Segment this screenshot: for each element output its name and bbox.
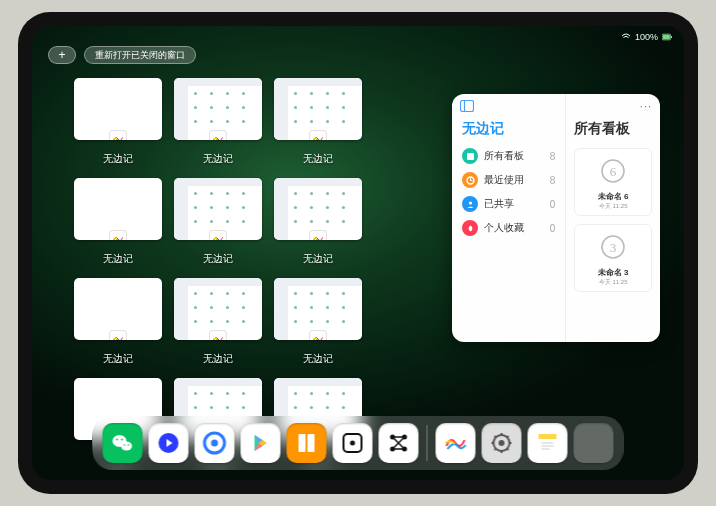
svg-rect-38: [507, 448, 509, 450]
dock-settings-icon[interactable]: [482, 423, 522, 463]
svg-point-9: [468, 201, 471, 204]
freeform-app-icon: [309, 230, 327, 240]
svg-rect-43: [501, 433, 503, 435]
dock-tencent-video-icon[interactable]: [149, 423, 189, 463]
row-label: 个人收藏: [484, 221, 524, 235]
row-count: 0: [550, 223, 556, 234]
window-label: 无边记: [203, 152, 233, 166]
svg-rect-45: [539, 434, 557, 439]
svg-rect-44: [507, 436, 509, 438]
dock: [93, 416, 624, 470]
svg-rect-1: [663, 35, 670, 39]
window-thumbnail[interactable]: [174, 178, 262, 240]
status-bar: 100%: [32, 30, 684, 44]
row-count: 0: [550, 199, 556, 210]
panel-content: 所有看板 6 未命名 6 今天 11:25 3 未命名 3 今天 11:25: [566, 94, 660, 342]
dock-quark-icon[interactable]: [195, 423, 235, 463]
board-card[interactable]: 3 未命名 3 今天 11:25: [574, 224, 652, 292]
row-label: 已共享: [484, 197, 514, 211]
window-label: 无边记: [303, 352, 333, 366]
sidebar-row[interactable]: 最近使用 8: [462, 172, 555, 188]
expose-window[interactable]: 无边记: [174, 278, 262, 366]
window-thumbnail[interactable]: [74, 178, 162, 240]
row-label: 所有看板: [484, 149, 524, 163]
svg-rect-37: [510, 442, 512, 444]
expose-window[interactable]: 无边记: [74, 78, 162, 166]
freeform-app-icon: [209, 230, 227, 240]
panel-left-title: 无边记: [462, 120, 555, 138]
dock-freeform-icon[interactable]: [436, 423, 476, 463]
svg-rect-41: [492, 442, 494, 444]
window-thumbnail[interactable]: [274, 178, 362, 240]
window-label: 无边记: [303, 252, 333, 266]
reopen-closed-windows-button[interactable]: 重新打开已关闭的窗口: [84, 46, 196, 64]
svg-rect-3: [461, 101, 474, 112]
board-time: 今天 11:25: [599, 278, 628, 287]
window-label: 无边记: [103, 352, 133, 366]
dock-books-icon[interactable]: [287, 423, 327, 463]
dock-dice-icon[interactable]: [333, 423, 373, 463]
window-label: 无边记: [203, 252, 233, 266]
window-label: 无边记: [203, 352, 233, 366]
board-card[interactable]: 6 未命名 6 今天 11:25: [574, 148, 652, 216]
ipad-frame: 100% + 重新打开已关闭的窗口 无边记无边记无边记无边记无边记无边记无边记无…: [18, 12, 698, 494]
row-icon: [462, 148, 478, 164]
window-thumbnail[interactable]: [174, 278, 262, 340]
slide-over-panel[interactable]: ··· 无边记 所有看板 8 最近使用 8 已共享 0 个人收藏 0 所有看板 …: [452, 94, 660, 342]
freeform-app-icon: [309, 130, 327, 140]
window-label: 无边记: [103, 252, 133, 266]
window-thumbnail[interactable]: [274, 78, 362, 140]
top-bar: + 重新打开已关闭的窗口: [48, 46, 196, 64]
svg-point-15: [121, 442, 132, 451]
expose-window[interactable]: 无边记: [274, 78, 362, 166]
window-thumbnail[interactable]: [174, 78, 262, 140]
expose-window[interactable]: 无边记: [174, 78, 262, 166]
screen: 100% + 重新打开已关闭的窗口 无边记无边记无边记无边记无边记无边记无边记无…: [32, 26, 684, 480]
svg-rect-40: [494, 448, 496, 450]
sidebar-row[interactable]: 所有看板 8: [462, 148, 555, 164]
svg-rect-42: [494, 436, 496, 438]
battery-text: 100%: [635, 32, 658, 42]
freeform-app-icon: [309, 330, 327, 340]
expose-window[interactable]: 无边记: [74, 278, 162, 366]
window-label: 无边记: [303, 152, 333, 166]
new-window-button[interactable]: +: [48, 46, 76, 64]
window-thumbnail[interactable]: [74, 78, 162, 140]
svg-point-26: [350, 441, 355, 446]
svg-point-16: [116, 439, 118, 441]
more-icon[interactable]: ···: [640, 100, 652, 112]
window-thumbnail[interactable]: [74, 278, 162, 340]
svg-point-18: [124, 444, 126, 446]
dock-playstore-icon[interactable]: [241, 423, 281, 463]
expose-window[interactable]: 无边记: [174, 178, 262, 266]
panel-sidebar: 无边记 所有看板 8 最近使用 8 已共享 0 个人收藏 0: [452, 94, 566, 342]
dock-wechat-icon[interactable]: [103, 423, 143, 463]
dock-graph-icon[interactable]: [379, 423, 419, 463]
dock-notes-icon[interactable]: [528, 423, 568, 463]
board-time: 今天 11:25: [599, 202, 628, 211]
sidebar-row[interactable]: 已共享 0: [462, 196, 555, 212]
window-thumbnail[interactable]: [274, 278, 362, 340]
window-label: 无边记: [103, 152, 133, 166]
svg-point-36: [499, 440, 505, 446]
row-icon: [462, 172, 478, 188]
svg-rect-24: [308, 434, 315, 452]
board-sketch: 3: [590, 229, 636, 265]
sidebar-row[interactable]: 个人收藏 0: [462, 220, 555, 236]
svg-rect-2: [671, 36, 672, 38]
wifi-icon: [621, 33, 631, 41]
freeform-app-icon: [109, 130, 127, 140]
svg-text:6: 6: [610, 164, 617, 179]
svg-rect-39: [501, 451, 503, 453]
svg-point-22: [211, 440, 218, 447]
row-count: 8: [550, 175, 556, 186]
sidebar-toggle-icon[interactable]: [460, 100, 474, 114]
svg-rect-23: [299, 434, 306, 452]
dock-app-library-icon[interactable]: [574, 423, 614, 463]
expose-window[interactable]: 无边记: [274, 178, 362, 266]
panel-right-title: 所有看板: [574, 120, 652, 138]
board-name: 未命名 6: [598, 191, 629, 202]
expose-window[interactable]: 无边记: [74, 178, 162, 266]
expose-window[interactable]: 无边记: [274, 278, 362, 366]
svg-rect-5: [467, 153, 474, 160]
